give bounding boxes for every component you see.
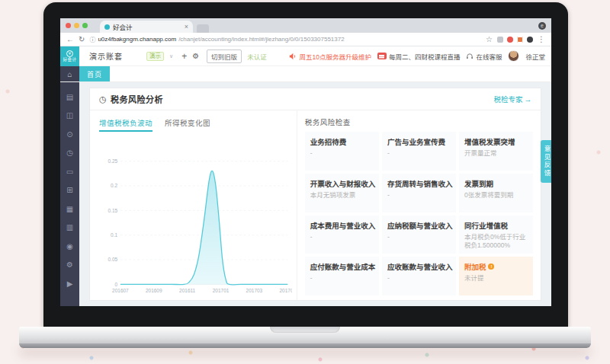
- refresh-icon[interactable]: ↻: [79, 36, 85, 43]
- extension-icon[interactable]: [517, 37, 523, 43]
- main-content: ◷ 税务风险分析 税检专家 → 增值税税负波动: [79, 82, 551, 306]
- risk-cell[interactable]: 应收账款与营业收入-: [382, 257, 456, 295]
- demo-badge: 演示: [146, 52, 164, 61]
- sidebar-item-tax[interactable]: ▭: [60, 162, 79, 181]
- bookmark-star-icon[interactable]: ☆: [486, 36, 493, 43]
- live-course-link[interactable]: 每周二、四财税课程直播: [377, 52, 461, 61]
- zoom-window-button[interactable]: [82, 23, 88, 28]
- risk-pane: 税务风险检查 业务招待费-广告与业务宣传费-增值税发票突增开票量正常开票收入与财…: [297, 110, 541, 300]
- svg-text:0.1: 0.1: [111, 232, 117, 238]
- svg-text:0: 0: [115, 282, 118, 287]
- svg-text:201609: 201609: [146, 288, 162, 293]
- app-logo[interactable]: ¥ 好会计: [60, 46, 79, 66]
- browser-toolbar: ← ↻ ⓘ u0z4fbakgngm.chanapp.com /chanjet/…: [60, 33, 551, 46]
- browser-profile-icon[interactable]: e: [538, 22, 546, 30]
- user-name[interactable]: 徐正堂: [525, 52, 545, 61]
- tax-expert-link[interactable]: 税检专家 →: [493, 94, 531, 104]
- risk-cell-title: 增值税发票突增: [464, 136, 528, 147]
- risk-cell-value: -: [387, 149, 451, 158]
- account-set-name[interactable]: 演示账套: [89, 50, 123, 62]
- page-title-group: ◷ 税务风险分析: [99, 93, 163, 105]
- url-path: /chanjet/accounting/index.html#/jiezhang…: [178, 36, 345, 43]
- svg-text:0.25: 0.25: [108, 158, 118, 164]
- address-bar[interactable]: ⓘ u0z4fbakgngm.chanapp.com /chanjet/acco…: [89, 35, 481, 43]
- vat-burden-chart: 00.050.10.150.20.25201607201609201611201…: [99, 132, 292, 299]
- laptop-base: [19, 327, 591, 345]
- tab-close-icon[interactable]: ×: [185, 24, 188, 30]
- online-support-text: 在线客服: [476, 52, 502, 61]
- announcement[interactable]: 周五10点服务器升级维护: [289, 52, 371, 61]
- announcement-text: 周五10点服务器升级维护: [299, 52, 371, 61]
- risk-panel-title: 税务风险检查: [305, 117, 533, 127]
- close-window-button[interactable]: [66, 23, 71, 28]
- browser-tabstrip: 好会计 × e: [60, 18, 551, 33]
- switch-old-version-button[interactable]: 切到旧版: [207, 49, 242, 63]
- tab-home-page[interactable]: 首页: [79, 66, 110, 81]
- risk-cell[interactable]: 应付账款与营业成本-: [305, 257, 379, 295]
- chevron-down-icon[interactable]: ∨: [169, 53, 173, 59]
- minimize-window-button[interactable]: [74, 23, 79, 28]
- risk-cell-value: -: [310, 233, 374, 241]
- extension-icon[interactable]: [497, 37, 503, 43]
- sidebar-item-invoice[interactable]: ▤: [60, 88, 79, 107]
- tab-vat-burden[interactable]: 增值税税负波动: [99, 117, 152, 132]
- risk-cell[interactable]: 存货周转与销售收入-: [382, 174, 456, 212]
- sidebar-item-reports[interactable]: ◫: [60, 107, 79, 126]
- risk-cell-value: 本月无销项发票: [310, 191, 374, 200]
- window-controls: [66, 23, 88, 28]
- sidebar-item-assets[interactable]: ▦: [60, 200, 79, 219]
- sidebar-item-period-end[interactable]: ◷: [60, 144, 79, 163]
- tax-risk-card: ◷ 税务风险分析 税检专家 → 增值税税负波动: [89, 88, 541, 301]
- page-title: 税务风险分析: [111, 93, 163, 105]
- sidebar-item-settings[interactable]: ⚙: [60, 256, 79, 275]
- sidebar-item-print[interactable]: ◉: [60, 237, 79, 256]
- laptop-notch: [270, 327, 340, 333]
- svg-text:201703: 201703: [246, 288, 263, 293]
- risk-cell[interactable]: 开票收入与财报收入本月无销项发票: [305, 174, 379, 212]
- risk-cell-value: 开票量正常: [464, 149, 528, 158]
- risk-cell[interactable]: 广告与业务宣传费-: [382, 132, 456, 171]
- add-account-button[interactable]: +: [181, 51, 187, 62]
- risk-cell-value: 0张发票将要到期: [464, 191, 528, 200]
- header-right-group: 周五10点服务器升级维护 每周二、四财税课程直播 在线客服 徐正堂: [289, 50, 545, 62]
- chart-tabs: 增值税税负波动 所得税变化图: [99, 117, 292, 132]
- risk-cell[interactable]: 同行业增值税本月税负0%低于行业税负1.500000%: [459, 216, 533, 254]
- tab-income-tax[interactable]: 所得税变化图: [165, 117, 210, 132]
- site-info-icon[interactable]: ⓘ: [89, 35, 95, 43]
- live-icon: [377, 53, 387, 59]
- browser-menu-icon[interactable]: ⋮: [538, 36, 545, 43]
- risk-cell-title: 成本费用与营业收入: [310, 220, 374, 231]
- sidebar-item-home[interactable]: ⌂: [60, 66, 79, 81]
- risk-cell-title: 广告与业务宣传费: [387, 136, 451, 147]
- user-avatar[interactable]: [508, 50, 519, 62]
- risk-cell[interactable]: 发票到期0张发票将要到期: [459, 174, 533, 212]
- extension-icon[interactable]: [527, 37, 533, 43]
- back-icon[interactable]: ←: [66, 36, 74, 43]
- online-support-link[interactable]: 在线客服: [466, 52, 502, 61]
- logo-yen-icon: ¥: [66, 50, 73, 57]
- risk-cell-title: 业务招待费: [310, 136, 374, 147]
- risk-cell[interactable]: 业务招待费-: [305, 132, 379, 171]
- extension-icon[interactable]: [507, 37, 513, 43]
- laptop-base-edge: [19, 343, 591, 348]
- browser-tab[interactable]: 好会计 ×: [100, 21, 193, 33]
- sidebar-item-tutorial[interactable]: ▶: [60, 274, 79, 293]
- auth-status[interactable]: 未认证: [247, 52, 267, 61]
- risk-cell[interactable]: 应纳税额与营业收入-: [382, 216, 456, 254]
- settings-gear-icon[interactable]: ⚙: [192, 52, 199, 60]
- risk-cell-value: -: [387, 191, 451, 200]
- risk-cell-value: -: [387, 233, 451, 241]
- risk-cell[interactable]: 成本费用与营业收入-: [305, 216, 379, 254]
- new-tab-button[interactable]: [197, 24, 209, 33]
- risk-cell-title: 发票到期: [464, 178, 528, 189]
- sidebar-item-customers[interactable]: ▥: [60, 219, 79, 238]
- risk-cell-title: 同行业增值税: [464, 220, 528, 231]
- chart-pane: 增值税税负波动 所得税变化图: [90, 110, 297, 300]
- sidebar-item-salary[interactable]: ⊞: [60, 181, 79, 200]
- risk-cell-value: -: [387, 274, 451, 283]
- feedback-side-tab[interactable]: 意见反馈: [541, 140, 551, 183]
- speaker-icon: [289, 53, 297, 60]
- sidebar-item-funds[interactable]: ⊙: [60, 125, 79, 144]
- risk-cell[interactable]: 附加税!未计提: [459, 257, 533, 295]
- risk-cell[interactable]: 增值税发票突增开票量正常: [459, 132, 533, 171]
